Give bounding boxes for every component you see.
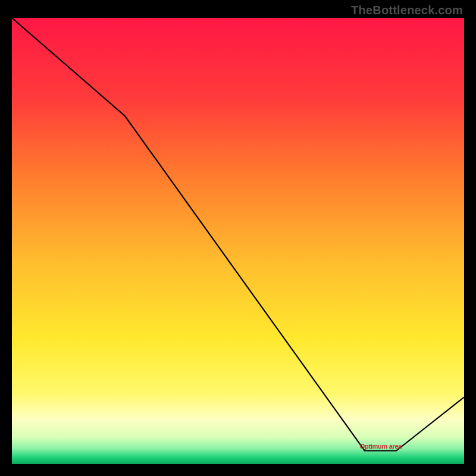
watermark-text: TheBottleneck.com [351,4,463,17]
plot-area: Optimum area [12,18,464,464]
optimum-point-label: Optimum area [360,443,402,450]
data-line [12,18,464,451]
chart-frame: TheBottleneck.com Optimum area [0,0,476,476]
data-line-layer [12,18,464,464]
